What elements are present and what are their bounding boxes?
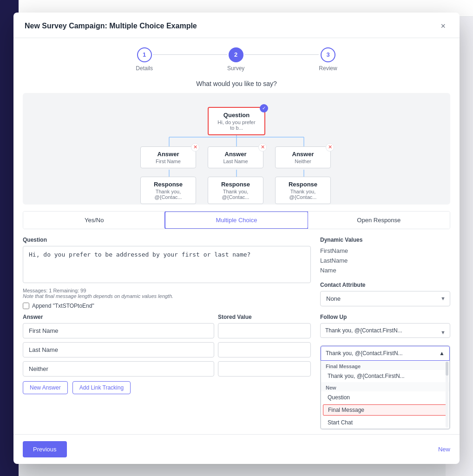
answer-section: Answer Stored Value xyxy=(13,314,460,434)
follow-up-dropdown-2-chevron-icon: ▲ xyxy=(439,350,445,357)
new-button[interactable]: New xyxy=(438,446,450,453)
modal-overlay: New Survey Campaign: Multiple Choice Exa… xyxy=(0,0,473,476)
dynamic-values-section: Dynamic Values FirstName LastName Name xyxy=(320,237,450,275)
answer-2-title: Answer xyxy=(215,151,256,158)
append-label: Append "TxtSTOPtoEnd" xyxy=(32,303,94,309)
answer-1-sub: First Name xyxy=(147,159,189,164)
question-node-sub: Hi, do you prefer to b... xyxy=(215,119,258,131)
form-right: Dynamic Values FirstName LastName Name C… xyxy=(320,237,450,309)
response-3-title: Response xyxy=(282,181,324,188)
answer-node-1[interactable]: Answer First Name ✕ xyxy=(140,146,196,168)
contact-attr-label: Contact Attribute xyxy=(320,282,450,288)
question-check-icon: ✓ xyxy=(260,104,268,112)
modal-header: New Survey Campaign: Multiple Choice Exa… xyxy=(13,13,460,38)
question-textarea[interactable]: Hi, do you prefer to be addressed by you… xyxy=(23,246,311,283)
close-button[interactable]: × xyxy=(438,21,448,31)
dropdown-option-question[interactable]: Question xyxy=(321,391,449,403)
contact-attr-select[interactable]: None xyxy=(320,291,450,306)
dropdown-section-new: New xyxy=(321,382,449,391)
step-1-circle: 1 xyxy=(137,47,152,62)
tab-yes-no[interactable]: Yes/No xyxy=(23,212,165,229)
follow-up-label: Follow Up xyxy=(320,314,450,320)
stored-input-3[interactable] xyxy=(218,361,311,377)
dropdown-scrollbar xyxy=(446,362,448,428)
dynamic-values-label: Dynamic Values xyxy=(320,237,450,243)
contact-attr-wrapper: None ▼ xyxy=(320,291,450,306)
modal-footer: Previous New xyxy=(13,434,460,464)
answer-3-remove-icon[interactable]: ✕ xyxy=(326,143,334,152)
tab-open-response[interactable]: Open Response xyxy=(308,212,450,229)
flow-diagram: Question Hi, do you prefer to b... ✓ Ans… xyxy=(23,93,450,205)
messages-info: Messages: 1 Remaining: 99 xyxy=(23,288,311,293)
answer-3-sub: Neither xyxy=(282,159,324,164)
answer-3-title: Answer xyxy=(282,151,324,158)
answer-row-2 xyxy=(23,342,311,357)
answer-input-3[interactable] xyxy=(23,361,214,377)
stored-value-column-label: Stored Value xyxy=(218,314,311,320)
dropdown-section-final-message: Final Message xyxy=(321,361,449,370)
dropdown-scrollbar-thumb xyxy=(446,362,448,376)
form-left: Question Hi, do you prefer to be address… xyxy=(23,237,311,309)
answer-2-remove-icon[interactable]: ✕ xyxy=(258,143,267,152)
answer-grid xyxy=(23,323,311,377)
response-2-title: Response xyxy=(215,181,256,188)
follow-up-dropdown-2: Thank you, @{Contact.FirstN... ▲ Final M… xyxy=(320,345,450,430)
question-node[interactable]: Question Hi, do you prefer to b... ✓ xyxy=(208,107,265,135)
dropdown-option-final-message-selected[interactable]: Final Message xyxy=(323,404,447,416)
dynamic-item-lastname[interactable]: LastName xyxy=(320,256,450,265)
answer-node-3[interactable]: Answer Neither ✕ xyxy=(275,146,331,168)
follow-up-dropdown-1-wrapper: Thank you, @{Contact.FirstN... ▼ xyxy=(320,323,450,342)
tab-multiple-choice[interactable]: Multiple Choice xyxy=(164,211,308,229)
messages-note: Note that final message length depends o… xyxy=(23,293,311,299)
follow-up-dropdown-2-header[interactable]: Thank you, @{Contact.FirstN... ▲ xyxy=(321,346,450,361)
step-line-2 xyxy=(244,54,319,55)
answer-2-sub: Last Name xyxy=(215,159,256,164)
response-2-sub: Thank you, @{Contac... xyxy=(215,189,256,200)
answer-row-3 xyxy=(23,361,311,377)
new-answer-button[interactable]: New Answer xyxy=(23,381,68,394)
form-area: Question Hi, do you prefer to be address… xyxy=(13,229,460,314)
step-survey: 2 Survey xyxy=(227,47,244,72)
answer-node-2[interactable]: Answer Last Name ✕ xyxy=(208,146,263,168)
step-1-label: Details xyxy=(136,65,153,72)
action-buttons: New Answer Add Link Tracking xyxy=(23,381,311,394)
dynamic-item-firstname[interactable]: FirstName xyxy=(320,246,450,256)
follow-up-dropdown-2-value: Thank you, @{Contact.FirstN... xyxy=(326,350,403,357)
section-title: What would you like to say? xyxy=(13,76,460,93)
dropdown-option-thank-you[interactable]: Thank you, @{Contact.FirstN... xyxy=(321,370,449,382)
question-label: Question xyxy=(23,237,311,243)
follow-up-dropdown-1[interactable]: Thank you, @{Contact.FirstN... xyxy=(320,323,450,338)
step-line-1 xyxy=(153,54,227,55)
question-node-title: Question xyxy=(215,112,258,119)
steps-bar: 1 Details 2 Survey 3 Review xyxy=(13,38,460,76)
step-3-circle: 3 xyxy=(321,47,335,62)
flow-container: Question Hi, do you prefer to b... ✓ Ans… xyxy=(97,102,376,195)
step-details: 1 Details xyxy=(136,47,153,72)
step-2-label: Survey xyxy=(227,65,244,72)
previous-button[interactable]: Previous xyxy=(23,441,67,457)
append-checkbox[interactable] xyxy=(23,303,29,309)
step-2-circle: 2 xyxy=(229,47,243,62)
answer-cols-header: Answer Stored Value xyxy=(23,314,311,320)
response-node-3[interactable]: Response Thank you, @{Contac... xyxy=(275,177,331,204)
dynamic-item-name[interactable]: Name xyxy=(320,265,450,275)
answer-input-1[interactable] xyxy=(23,323,214,338)
add-link-tracking-button[interactable]: Add Link Tracking xyxy=(72,381,131,394)
step-3-label: Review xyxy=(319,65,337,72)
stored-input-1[interactable] xyxy=(218,323,311,338)
answer-input-2[interactable] xyxy=(23,342,214,357)
response-node-2[interactable]: Response Thank you, @{Contac... xyxy=(208,177,263,204)
dropdown-option-start-chat[interactable]: Start Chat xyxy=(321,416,449,429)
response-1-title: Response xyxy=(147,181,189,188)
modal: New Survey Campaign: Multiple Choice Exa… xyxy=(13,13,460,464)
stored-input-2[interactable] xyxy=(218,342,311,357)
response-node-1[interactable]: Response Thank you, @{Contac... xyxy=(140,177,196,204)
append-row: Append "TxtSTOPtoEnd" xyxy=(23,303,311,309)
answer-left: Answer Stored Value xyxy=(23,314,311,430)
follow-up-dropdown-2-list: Final Message Thank you, @{Contact.First… xyxy=(321,361,450,429)
answer-1-remove-icon[interactable]: ✕ xyxy=(191,143,199,152)
tab-bar: Yes/No Multiple Choice Open Response xyxy=(23,211,450,229)
answer-column-label: Answer xyxy=(23,314,210,320)
follow-up-section: Follow Up Thank you, @{Contact.FirstN...… xyxy=(320,314,450,430)
step-review: 3 Review xyxy=(319,47,337,72)
